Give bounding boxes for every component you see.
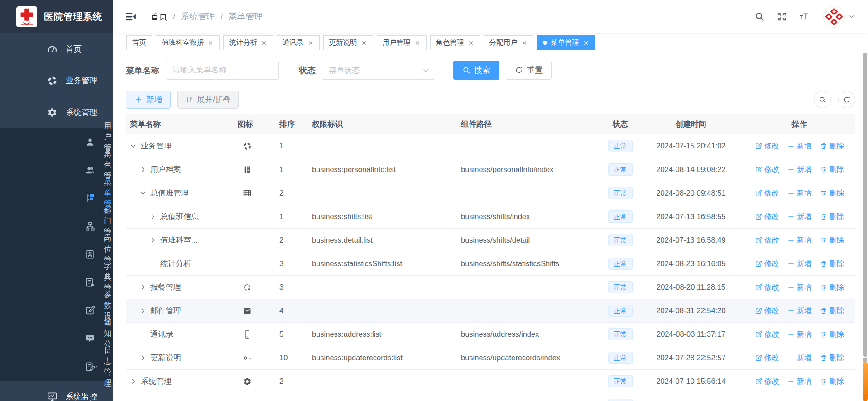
fullscreen-icon[interactable] xyxy=(777,11,787,22)
status-badge: 正常 xyxy=(608,281,633,293)
add-link[interactable]: 新增 xyxy=(787,353,812,363)
sidebar-item-notices[interactable]: 通知公告 xyxy=(0,325,113,353)
close-icon[interactable] xyxy=(583,40,589,46)
sidebar-item-home[interactable]: 首页 xyxy=(0,33,113,65)
sidebar-item-posts[interactable]: 岗位管理 xyxy=(0,240,113,268)
plus-icon xyxy=(787,307,795,315)
expand-caret-icon[interactable] xyxy=(139,307,146,314)
scrollbar-thumb-orange[interactable] xyxy=(863,362,868,401)
tab-menus-active[interactable]: 菜单管理 xyxy=(537,35,595,50)
sidebar-item-departments[interactable]: 部门管理 xyxy=(0,212,113,240)
edit-link[interactable]: 修改 xyxy=(755,188,779,198)
delete-link[interactable]: 删除 xyxy=(820,165,844,175)
delete-link[interactable]: 删除 xyxy=(820,212,844,222)
expand-caret-icon[interactable] xyxy=(139,354,146,361)
tab-duty-dept-data[interactable]: 值班科室数据 xyxy=(156,35,220,50)
add-button[interactable]: 新增 xyxy=(126,91,171,109)
search-icon[interactable] xyxy=(754,11,765,22)
delete-link[interactable]: 删除 xyxy=(820,141,844,151)
add-link[interactable]: 新增 xyxy=(787,259,812,269)
tab-contacts[interactable]: 通讯录 xyxy=(277,35,320,50)
tab-update-notes[interactable]: 更新说明 xyxy=(323,35,373,50)
scrollbar-thumb[interactable] xyxy=(863,27,867,357)
delete-link[interactable]: 删除 xyxy=(820,329,844,339)
delete-link[interactable]: 删除 xyxy=(820,259,844,269)
delete-link[interactable]: 删除 xyxy=(820,235,844,245)
plus-icon xyxy=(787,190,795,197)
sidebar-item-menus[interactable]: 菜单管理 xyxy=(0,184,113,212)
sidebar-item-dicts[interactable]: 字典管理 xyxy=(0,268,113,296)
sidebar-item-system[interactable]: 系统管理 xyxy=(0,96,113,128)
refresh-table-button[interactable] xyxy=(838,91,855,108)
edit-link[interactable]: 修改 xyxy=(755,282,779,292)
close-icon[interactable] xyxy=(468,40,474,46)
breadcrumb-current: 菜单管理 xyxy=(229,11,263,23)
delete-link[interactable]: 删除 xyxy=(820,282,844,292)
close-icon[interactable] xyxy=(521,40,528,46)
sidebar-collapse-icon[interactable] xyxy=(125,11,137,23)
add-link[interactable]: 新增 xyxy=(787,141,812,151)
add-link[interactable]: 新增 xyxy=(787,235,812,245)
sidebar-item-business[interactable]: 业务管理 xyxy=(0,65,113,96)
tab-home[interactable]: 首页 xyxy=(126,35,152,50)
tab-statistics[interactable]: 统计分析 xyxy=(223,35,273,50)
expand-collapse-button[interactable]: 展开/折叠 xyxy=(177,91,239,109)
expand-caret-icon[interactable] xyxy=(149,237,156,243)
delete-link[interactable]: 删除 xyxy=(820,306,844,316)
add-link[interactable]: 新增 xyxy=(787,306,812,316)
close-icon[interactable] xyxy=(414,40,421,46)
filter-bar: 菜单名称 状态 菜单状态 搜索 重置 xyxy=(126,61,855,80)
close-icon[interactable] xyxy=(361,40,367,46)
font-size-icon[interactable] xyxy=(799,11,809,22)
sidebar-item-logs[interactable]: 日志管理 xyxy=(0,353,113,381)
add-link[interactable]: 新增 xyxy=(787,329,812,339)
app-window: 医院管理系统 首页 业务管理 系统管理 用户管理 角色管理 菜单管理 xyxy=(0,0,868,401)
status-select[interactable]: 菜单状态 xyxy=(322,61,435,80)
delete-link[interactable]: 删除 xyxy=(820,353,844,363)
close-icon[interactable] xyxy=(307,40,314,46)
add-link[interactable]: 新增 xyxy=(787,282,812,292)
add-link[interactable]: 新增 xyxy=(787,212,812,222)
sidebar-item-params[interactable]: 参数设置 xyxy=(0,296,113,325)
badge-icon xyxy=(85,249,96,260)
expand-caret-icon[interactable] xyxy=(130,378,137,385)
breadcrumb-home[interactable]: 首页 xyxy=(150,11,168,23)
add-link[interactable]: 新增 xyxy=(787,377,812,387)
edit-link[interactable]: 修改 xyxy=(755,212,779,222)
edit-link[interactable]: 修改 xyxy=(755,259,779,269)
close-icon[interactable] xyxy=(261,40,267,46)
breadcrumb-system[interactable]: 系统管理 xyxy=(181,11,215,23)
search-icon xyxy=(462,66,470,74)
edit-link[interactable]: 修改 xyxy=(755,353,779,363)
reset-button[interactable]: 重置 xyxy=(506,61,552,80)
search-button[interactable]: 搜索 xyxy=(453,61,499,80)
user-menu[interactable] xyxy=(824,6,854,27)
delete-link[interactable]: 删除 xyxy=(820,188,844,198)
close-icon[interactable] xyxy=(207,40,214,46)
sidebar-item-users[interactable]: 用户管理 xyxy=(0,128,113,156)
collapse-caret-icon[interactable] xyxy=(130,143,137,149)
edit-link[interactable]: 修改 xyxy=(755,141,779,151)
collapse-caret-icon[interactable] xyxy=(139,190,146,196)
show-search-button[interactable] xyxy=(814,91,831,108)
delete-link[interactable]: 删除 xyxy=(820,377,844,387)
edit-link[interactable]: 修改 xyxy=(755,377,779,387)
expand-caret-icon[interactable] xyxy=(149,213,156,220)
edit-link[interactable]: 修改 xyxy=(755,329,779,339)
add-link[interactable]: 新增 xyxy=(787,165,812,175)
edit-link[interactable]: 修改 xyxy=(755,165,779,175)
tab-users[interactable]: 用户管理 xyxy=(377,35,427,50)
edit-link[interactable]: 修改 xyxy=(755,306,779,316)
sidebar-item-roles[interactable]: 角色管理 xyxy=(0,156,113,184)
sidebar-item-monitor[interactable]: 系统监控 xyxy=(0,381,113,401)
trash-icon xyxy=(820,284,827,291)
tab-assign-users[interactable]: 分配用户 xyxy=(484,35,533,50)
tab-roles[interactable]: 角色管理 xyxy=(430,35,480,50)
dashboard-icon xyxy=(47,44,58,54)
expand-caret-icon[interactable] xyxy=(139,284,146,291)
add-link[interactable]: 新增 xyxy=(787,188,812,198)
menu-name-input[interactable] xyxy=(166,61,279,80)
page-content: 菜单名称 状态 菜单状态 搜索 重置 xyxy=(113,53,868,401)
expand-caret-icon[interactable] xyxy=(139,166,146,173)
edit-link[interactable]: 修改 xyxy=(755,235,779,245)
